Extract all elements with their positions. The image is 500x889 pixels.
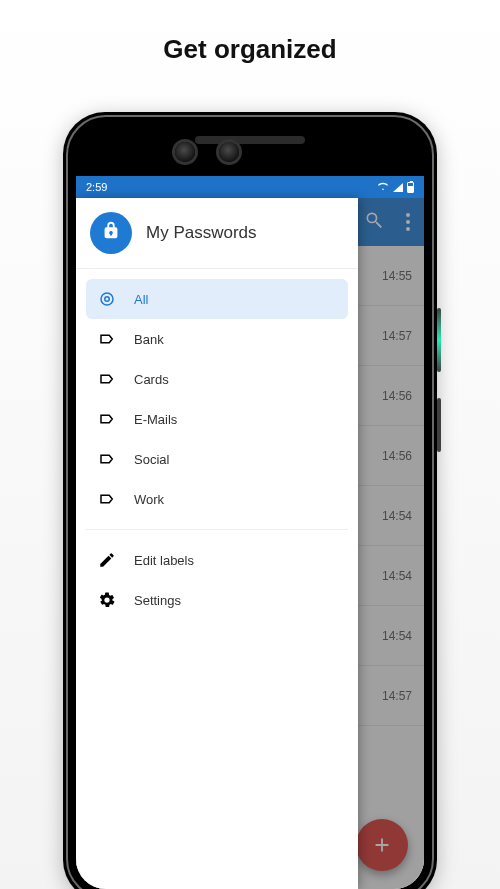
power-button xyxy=(437,308,441,372)
screen: 2:59 14:55 14:57 14:56 14:56 xyxy=(76,176,424,889)
volume-button xyxy=(437,398,441,452)
label-icon xyxy=(98,490,116,508)
promo-title: Get organized xyxy=(0,0,500,65)
divider xyxy=(86,529,348,530)
drawer-item-label: All xyxy=(134,292,148,307)
drawer-item-label: Bank xyxy=(134,332,164,347)
battery-icon xyxy=(407,182,414,193)
label-all-icon xyxy=(98,290,116,308)
label-icon xyxy=(98,410,116,428)
drawer-item-bank[interactable]: Bank xyxy=(86,319,348,359)
drawer-title: My Passwords xyxy=(146,223,257,243)
drawer-item-cards[interactable]: Cards xyxy=(86,359,348,399)
drawer-item-emails[interactable]: E-Mails xyxy=(86,399,348,439)
phone-frame: 2:59 14:55 14:57 14:56 14:56 xyxy=(63,112,437,889)
drawer-item-edit-labels[interactable]: Edit labels xyxy=(86,540,348,580)
front-camera-icon xyxy=(175,142,195,162)
label-icon xyxy=(98,330,116,348)
drawer-item-label: E-Mails xyxy=(134,412,177,427)
signal-icon xyxy=(393,183,403,192)
status-bar: 2:59 xyxy=(76,176,424,198)
svg-point-0 xyxy=(101,293,113,305)
front-camera-icon xyxy=(219,142,239,162)
drawer-item-label: Work xyxy=(134,492,164,507)
gear-icon xyxy=(98,591,116,609)
drawer-item-label: Cards xyxy=(134,372,169,387)
svg-point-1 xyxy=(105,297,110,302)
drawer-item-label: Edit labels xyxy=(134,553,194,568)
speaker-grille xyxy=(195,136,305,144)
pencil-icon xyxy=(98,551,116,569)
drawer-item-all[interactable]: All xyxy=(86,279,348,319)
drawer-item-label: Settings xyxy=(134,593,181,608)
lock-icon xyxy=(100,220,122,246)
drawer-item-work[interactable]: Work xyxy=(86,479,348,519)
label-icon xyxy=(98,370,116,388)
app-logo xyxy=(90,212,132,254)
drawer-item-label: Social xyxy=(134,452,169,467)
status-time: 2:59 xyxy=(86,181,107,193)
wifi-icon xyxy=(377,181,389,193)
drawer-item-social[interactable]: Social xyxy=(86,439,348,479)
navigation-drawer: My Passwords All Bank xyxy=(76,198,358,889)
drawer-header: My Passwords xyxy=(76,198,358,269)
drawer-item-settings[interactable]: Settings xyxy=(86,580,348,620)
label-icon xyxy=(98,450,116,468)
